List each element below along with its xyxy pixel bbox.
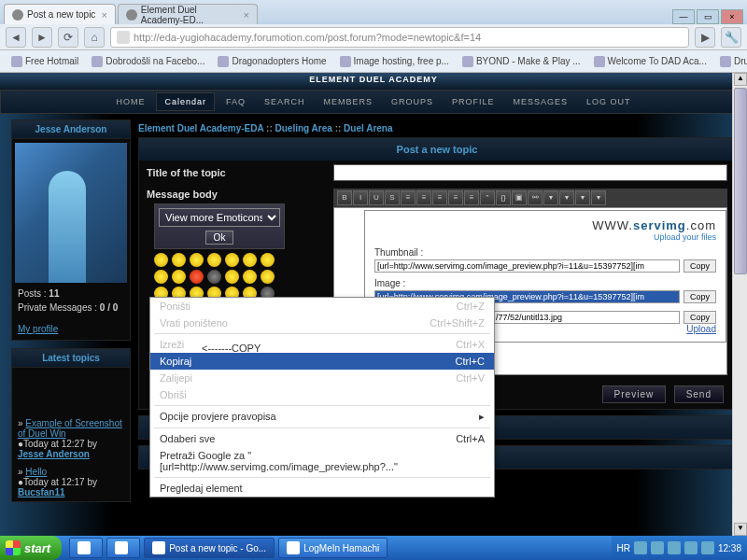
emoji-icon[interactable] [207, 253, 221, 267]
bookmark-item[interactable]: BYOND - Make & Play ... [457, 54, 586, 69]
italic-button[interactable]: I [353, 190, 368, 205]
list-button[interactable]: ≡ [448, 190, 463, 205]
scroll-thumb[interactable] [734, 88, 747, 274]
tray-icon[interactable] [684, 541, 698, 554]
emoji-icon[interactable] [207, 270, 221, 284]
emoji-icon[interactable] [225, 253, 239, 267]
topic-author[interactable]: Bucsfan11 [18, 487, 65, 497]
address-bar[interactable]: http://eda-yugiohacademy.forumotion.com/… [110, 27, 689, 48]
copy-button[interactable]: Copy [684, 290, 716, 303]
browser-tab-inactive[interactable]: Element Duel Academy-ED... × [118, 4, 258, 24]
bold-button[interactable]: B [337, 190, 352, 205]
nav-search[interactable]: SEARCH [257, 93, 313, 110]
my-profile-link[interactable]: My profile [12, 322, 130, 336]
topic-link[interactable]: Example of Screenshot of Duel Win [18, 418, 122, 439]
cm-spellcheck[interactable]: Opcije provjere pravopisa▸ [150, 408, 494, 426]
emoji-icon[interactable] [172, 253, 186, 267]
emoticon-select[interactable]: View more Emoticons [159, 208, 280, 227]
emoji-icon[interactable] [243, 253, 257, 267]
tray-icon[interactable] [701, 541, 714, 554]
align-right-button[interactable]: ≡ [432, 190, 447, 205]
quote-button[interactable]: " [480, 190, 495, 205]
clock[interactable]: 12:38 [718, 543, 741, 553]
title-input[interactable] [333, 164, 727, 181]
preview-button[interactable]: Preview [602, 385, 667, 403]
tray-icon[interactable] [651, 541, 664, 554]
emoji-icon[interactable] [172, 270, 186, 284]
nav-home[interactable]: HOME [108, 93, 152, 110]
cm-search-google[interactable]: Pretraži Google za "[url=http://www.serv… [150, 447, 494, 475]
cm-select-all[interactable]: Odaberi sveCtrl+A [150, 430, 494, 447]
strike-button[interactable]: S [385, 190, 400, 205]
copy-button[interactable]: Copy [684, 311, 716, 324]
taskbar-item[interactable]: LogMeIn Hamachi [278, 538, 388, 558]
align-left-button[interactable]: ≡ [401, 190, 416, 205]
more-button[interactable]: ▾ [559, 190, 574, 205]
quicklaunch-item[interactable] [69, 538, 103, 558]
crumb-link[interactable]: Duel Arena [344, 123, 392, 133]
emoji-icon[interactable] [261, 253, 275, 267]
bookmark-item[interactable]: Dragonadopters Home [212, 54, 331, 69]
nav-members[interactable]: MEMBERS [316, 93, 380, 110]
thumbnail-input[interactable] [374, 259, 680, 273]
go-button[interactable]: ▶ [695, 27, 715, 48]
file-input[interactable] [493, 311, 680, 324]
emoji-icon[interactable] [225, 270, 239, 284]
reload-button[interactable]: ⟳ [58, 27, 78, 48]
emoji-icon[interactable] [190, 253, 204, 267]
nav-messages[interactable]: MESSAGES [506, 93, 576, 110]
list-button[interactable]: ≡ [464, 190, 479, 205]
browser-tab-active[interactable]: Post a new topic × [4, 4, 116, 24]
ok-button[interactable]: Ok [205, 231, 234, 245]
underline-button[interactable]: U [369, 190, 384, 205]
send-button[interactable]: Send [674, 385, 724, 403]
tab-close-icon[interactable]: × [101, 9, 106, 21]
bookmark-item[interactable]: Dobrodošli na Facebo... [86, 54, 210, 69]
scroll-down-button[interactable]: ▼ [734, 523, 747, 536]
link-button[interactable]: ⚯ [528, 190, 543, 205]
vertical-scrollbar[interactable]: ▲ ▼ [732, 73, 747, 536]
nav-faq[interactable]: FAQ [218, 93, 253, 110]
nav-profile[interactable]: PROFILE [444, 93, 502, 110]
more-button[interactable]: ▾ [543, 190, 558, 205]
crumb-link[interactable]: Element Duel Academy-EDA [138, 123, 263, 133]
taskbar-item[interactable]: Post a new topic - Go... [144, 538, 275, 558]
crumb-link[interactable]: Dueling Area [275, 123, 332, 133]
other-bookmarks[interactable]: Druge oznake [714, 54, 747, 69]
topic-link[interactable]: Hello [25, 467, 47, 477]
nav-groups[interactable]: GROUPS [384, 93, 441, 110]
cm-inspect[interactable]: Pregledaj element [150, 480, 494, 497]
quicklaunch-item[interactable] [106, 538, 140, 558]
wrench-icon[interactable]: 🔧 [721, 27, 741, 48]
cm-copy[interactable]: KopirajCtrl+C [150, 353, 494, 370]
tab-close-icon[interactable]: × [243, 9, 248, 21]
forward-button[interactable]: ► [32, 27, 52, 48]
emoji-icon[interactable] [243, 270, 257, 284]
more-button[interactable]: ▾ [591, 190, 606, 205]
emoji-icon[interactable] [261, 270, 275, 284]
more-button[interactable]: ▾ [575, 190, 590, 205]
maximize-button[interactable]: ▭ [697, 9, 719, 24]
emoji-icon[interactable] [190, 270, 204, 284]
bookmark-item[interactable]: Image hosting, free p... [334, 54, 455, 69]
language-indicator[interactable]: HR [617, 543, 630, 553]
bookmark-item[interactable]: Free Hotmail [6, 54, 84, 69]
copy-button[interactable]: Copy [684, 259, 716, 273]
home-button[interactable]: ⌂ [84, 27, 105, 48]
nav-logout[interactable]: LOG OUT [579, 93, 639, 110]
nav-calendar[interactable]: Calendar [156, 92, 215, 111]
start-button[interactable]: start [0, 536, 62, 560]
emoji-icon[interactable] [154, 270, 168, 284]
back-button[interactable]: ◄ [6, 27, 26, 48]
minimize-button[interactable]: — [672, 9, 695, 24]
bookmark-item[interactable]: Welcome To DAD Aca... [588, 54, 712, 69]
code-button[interactable]: {} [496, 190, 511, 205]
tray-icon[interactable] [668, 541, 681, 554]
topic-author[interactable]: Jesse Anderson [18, 449, 90, 459]
align-center-button[interactable]: ≡ [416, 190, 431, 205]
emoji-icon[interactable] [154, 253, 168, 267]
close-button[interactable]: × [721, 9, 743, 24]
tray-icon[interactable] [634, 541, 647, 554]
image-button[interactable]: ▣ [512, 190, 527, 205]
scroll-up-button[interactable]: ▲ [734, 73, 747, 86]
